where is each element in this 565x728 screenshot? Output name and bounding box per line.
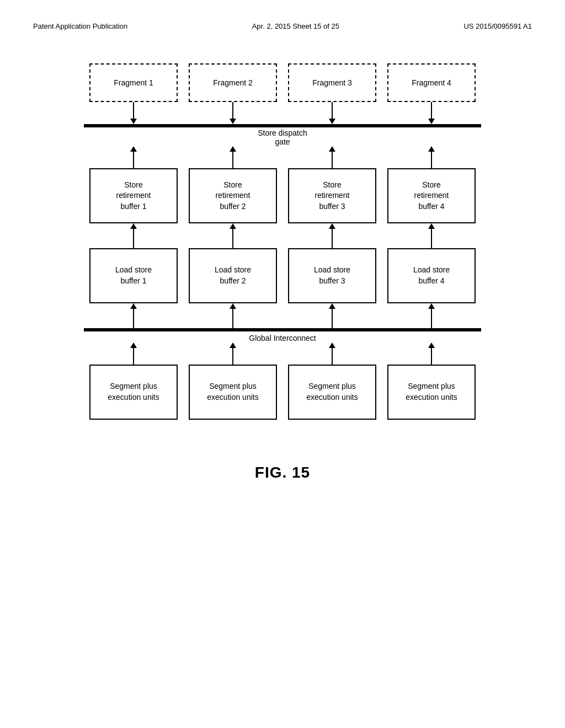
fragment-box-1: Fragment 1 (89, 63, 178, 102)
arrows-dispatch-to-store (84, 146, 481, 168)
segment-units-row: Segment plus execution units Segment plu… (89, 365, 476, 420)
arrow-frag2 (189, 102, 277, 124)
interconnect-label: Global Interconnect (249, 334, 316, 342)
store-retirement-1: Store retirement buffer 1 (89, 168, 178, 223)
header-right: US 2015/0095591 A1 (463, 22, 532, 30)
fragment-box-2: Fragment 2 (189, 63, 277, 102)
header-left: Patent Application Publication (33, 22, 127, 30)
fig-label: FIG. 15 (33, 464, 532, 481)
arrow-s-l4 (387, 223, 476, 248)
store-retirement-4: Store retirement buffer 4 (387, 168, 476, 223)
arrow-frag3 (288, 102, 376, 124)
load-store-2: Load store buffer 2 (189, 248, 277, 303)
arrows-to-bar (84, 102, 481, 124)
arrow-i-seg4 (387, 342, 476, 365)
arrows-load-to-interconnect (84, 303, 481, 328)
interconnect-bar (84, 328, 481, 331)
store-retirement-2: Store retirement buffer 2 (189, 168, 277, 223)
arrow-l-i3 (288, 303, 376, 328)
load-store-1: Load store buffer 1 (89, 248, 178, 303)
fragment-row: Fragment 1 Fragment 2 Fragment 3 Fragmen… (89, 63, 476, 102)
diagram: Fragment 1 Fragment 2 Fragment 3 Fragmen… (33, 63, 532, 420)
arrow-d-s2 (189, 146, 277, 168)
segment-unit-3: Segment plus execution units (288, 365, 376, 420)
dispatch-bar (84, 124, 481, 127)
arrow-l-i1 (89, 303, 178, 328)
page: Patent Application Publication Apr. 2, 2… (0, 0, 565, 728)
header: Patent Application Publication Apr. 2, 2… (33, 22, 532, 30)
arrow-s-l3 (288, 223, 376, 248)
dispatch-gate: Store dispatch gate (84, 124, 481, 146)
arrow-s-l1 (89, 223, 178, 248)
arrow-l-i2 (189, 303, 277, 328)
load-store-4: Load store buffer 4 (387, 248, 476, 303)
arrow-d-s1 (89, 146, 178, 168)
fragment-box-4: Fragment 4 (387, 63, 476, 102)
segment-unit-2: Segment plus execution units (189, 365, 277, 420)
dispatch-label: Store dispatch gate (258, 129, 307, 146)
arrow-i-seg2 (189, 342, 277, 365)
arrows-interconnect-to-segment (84, 342, 481, 365)
load-store-row: Load store buffer 1 Load store buffer 2 … (89, 248, 476, 303)
global-interconnect-wrapper: Global Interconnect (84, 328, 481, 342)
arrow-l-i4 (387, 303, 476, 328)
arrow-i-seg3 (288, 342, 376, 365)
arrows-store-to-load (84, 223, 481, 248)
arrow-frag1 (89, 102, 178, 124)
arrow-i-seg1 (89, 342, 178, 365)
arrow-d-s3 (288, 146, 376, 168)
arrow-s-l2 (189, 223, 277, 248)
store-retirement-3: Store retirement buffer 3 (288, 168, 376, 223)
store-retirement-row: Store retirement buffer 1 Store retireme… (89, 168, 476, 223)
load-store-3: Load store buffer 3 (288, 248, 376, 303)
arrow-d-s4 (387, 146, 476, 168)
arrow-frag4 (387, 102, 476, 124)
header-center: Apr. 2, 2015 Sheet 15 of 25 (252, 22, 339, 30)
fragment-box-3: Fragment 3 (288, 63, 376, 102)
segment-unit-4: Segment plus execution units (387, 365, 476, 420)
segment-unit-1: Segment plus execution units (89, 365, 178, 420)
